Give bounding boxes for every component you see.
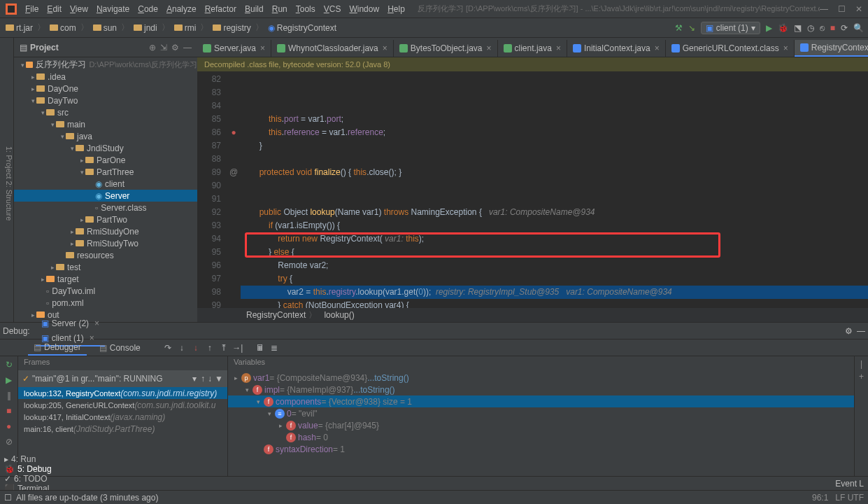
close-icon[interactable]: ✕: [855, 4, 862, 14]
editor-tab[interactable]: WhynotClassloader.java×: [271, 40, 394, 57]
coverage-icon[interactable]: ⬔: [794, 23, 802, 33]
tree-node[interactable]: ▾JndiStudy: [14, 142, 197, 154]
variables-tree[interactable]: ▸pvar1 = {CompositeName@934} ...toString…: [228, 370, 854, 476]
editor-tab[interactable]: BytesToObject.java×: [394, 40, 498, 57]
tree-node[interactable]: resources: [14, 249, 197, 261]
step-into-icon[interactable]: ↓: [176, 342, 188, 354]
tree-node[interactable]: ◉client: [14, 178, 197, 190]
tree-node[interactable]: ▸test: [14, 261, 197, 273]
close-tab-icon[interactable]: ×: [556, 43, 561, 53]
debug-right-strip[interactable]: | +: [854, 356, 868, 476]
tree-node[interactable]: ▾src: [14, 106, 197, 118]
project-expand-icon[interactable]: ▤: [20, 43, 27, 52]
run-icon[interactable]: ▶: [766, 23, 772, 33]
editor-tab[interactable]: GenericURLContext.class×: [666, 40, 795, 57]
menu-tools[interactable]: Tools: [292, 3, 320, 15]
close-tab-icon[interactable]: ×: [383, 43, 387, 53]
breadcrumb[interactable]: rt.jar〉com〉sun〉jndi〉rmi〉registry〉◉Regist…: [4, 22, 675, 34]
tree-node[interactable]: ▸.idea: [14, 71, 197, 83]
editor-tab[interactable]: client.java×: [498, 40, 567, 57]
debug-hide-icon[interactable]: —: [857, 326, 865, 336]
variable-node[interactable]: fhash = 0: [228, 431, 854, 443]
variable-node[interactable]: ▸pvar1 = {CompositeName@934} ...toString…: [228, 372, 854, 384]
tree-node[interactable]: ▾DayTwo: [14, 94, 197, 106]
gear-icon[interactable]: ⚙: [171, 43, 179, 52]
debug-subtab-console[interactable]: ▤ Console: [94, 340, 146, 356]
thread-selector[interactable]: ✓ "main"@1 in gr..."main": RUNNING ▾ ↑ ↓…: [18, 370, 227, 387]
tree-node[interactable]: ▸DayOne: [14, 83, 197, 94]
stack-frame[interactable]: main:16, client (JndiStudy.PartThree): [18, 423, 227, 435]
menu-navigate[interactable]: Navigate: [92, 3, 134, 15]
close-tab-icon[interactable]: ×: [655, 43, 660, 53]
menu-edit[interactable]: Edit: [43, 3, 66, 15]
search-icon[interactable]: 🔍: [853, 23, 864, 33]
caret-position[interactable]: 96:1: [812, 493, 828, 503]
debug-gear-icon[interactable]: ⚙: [845, 326, 853, 336]
status-icon[interactable]: ☐: [4, 493, 12, 503]
tree-node[interactable]: ▾PartThree: [14, 166, 197, 178]
tree-node[interactable]: ▸RmiStudyOne: [14, 225, 197, 237]
tree-node[interactable]: ▸target: [14, 273, 197, 285]
breadcrumb-item[interactable]: rmi: [173, 23, 198, 33]
tree-node[interactable]: ▸RmiStudyTwo: [14, 237, 197, 249]
run-config-dropdown[interactable]: ▣ client (1) ▾: [701, 22, 760, 34]
toolwindow-todo[interactable]: ✓ 6: TODO: [4, 474, 76, 484]
menu-build[interactable]: Build: [241, 3, 268, 15]
breadcrumb-item[interactable]: ◉RegistryContext: [266, 23, 338, 33]
menu-window[interactable]: Window: [345, 3, 383, 15]
menu-run[interactable]: Run: [268, 3, 292, 15]
tool-windows-bar[interactable]: ▸ 4: Run🐞 5: Debug✓ 6: TODO⬛ Terminal🔍 F…: [0, 476, 868, 490]
attach-icon[interactable]: ⎋: [820, 23, 825, 33]
collapse-all-icon[interactable]: ⇲: [160, 43, 167, 52]
stack-frame[interactable]: lookup:132, RegistryContext (com.sun.jnd…: [18, 387, 227, 399]
editor-tab[interactable]: InitialContext.java×: [567, 40, 666, 57]
tree-node[interactable]: ▫Server.class: [14, 202, 197, 214]
menu-code[interactable]: Code: [134, 3, 162, 15]
breadcrumb-item[interactable]: jndi: [132, 23, 159, 33]
menu-vcs[interactable]: VCS: [320, 3, 346, 15]
breadcrumb-item[interactable]: sun: [92, 23, 118, 33]
debug-subtab-debugger[interactable]: ▤ Debugger: [28, 340, 87, 356]
step-over-icon[interactable]: ↷: [162, 342, 174, 354]
left-tool-strip[interactable]: 1: Project 2: Structure: [0, 38, 14, 322]
menu-refactor[interactable]: Refactor: [201, 3, 241, 15]
menu-file[interactable]: File: [21, 3, 43, 15]
next-frame-icon[interactable]: ↓: [208, 374, 212, 384]
filter-icon[interactable]: ▼: [215, 374, 223, 384]
code-editor[interactable]: 8283848586878889909192939495969798991001…: [197, 71, 868, 308]
hide-icon[interactable]: —: [183, 43, 192, 52]
tree-node[interactable]: ▫pom.xml: [14, 297, 197, 309]
run-to-cursor-icon[interactable]: →|: [232, 342, 244, 354]
maximize-icon[interactable]: ☐: [838, 4, 846, 14]
tree-node[interactable]: ▸ParOne: [14, 154, 197, 166]
close-tab-icon[interactable]: ×: [260, 43, 265, 53]
variable-node[interactable]: ▾fcomponents = {Vector@938} size = 1: [228, 396, 854, 407]
drop-frame-icon[interactable]: ⤒: [218, 342, 230, 354]
code-content[interactable]: this.port = var1.port; this.reference = …: [241, 71, 868, 308]
profile-icon[interactable]: ◷: [807, 23, 814, 33]
editor-tab[interactable]: RegistryContext.class×: [795, 40, 868, 57]
trace-icon[interactable]: ≣: [268, 342, 280, 354]
variable-node[interactable]: ▾≡0 = "evil": [228, 407, 854, 419]
build-icon[interactable]: ⚒: [675, 23, 683, 33]
menu-analyze[interactable]: Analyze: [162, 3, 201, 15]
toolwindow-run[interactable]: ▸ 4: Run: [4, 454, 76, 464]
close-tab-icon[interactable]: ×: [783, 43, 788, 53]
tree-node[interactable]: ▾反序列化学习 D:\APP\work\cms\反序列化学习: [14, 59, 197, 71]
resume-icon[interactable]: ▶: [3, 374, 15, 386]
prev-frame-icon[interactable]: ↑: [201, 374, 205, 384]
editor-tab[interactable]: Server.java×: [197, 40, 271, 57]
rerun-icon[interactable]: ↻: [3, 359, 15, 370]
stack-frame[interactable]: lookup:205, GenericURLContext (com.sun.j…: [18, 399, 227, 411]
breadcrumb-item[interactable]: com: [48, 23, 78, 33]
stop-icon[interactable]: ■: [830, 23, 835, 33]
minimize-icon[interactable]: —: [820, 4, 828, 14]
event-log-button[interactable]: Event L: [835, 479, 864, 489]
toolwindow-debug[interactable]: 🐞 5: Debug: [4, 464, 76, 474]
variable-node[interactable]: fsyntaxDirection = 1: [228, 443, 854, 455]
scroll-from-source-icon[interactable]: ⊕: [149, 43, 156, 52]
marker-gutter[interactable]: ● @: [227, 71, 241, 308]
menu-view[interactable]: View: [66, 3, 92, 15]
debug-icon[interactable]: 🐞: [778, 23, 788, 33]
close-tab-icon[interactable]: ×: [487, 43, 492, 53]
